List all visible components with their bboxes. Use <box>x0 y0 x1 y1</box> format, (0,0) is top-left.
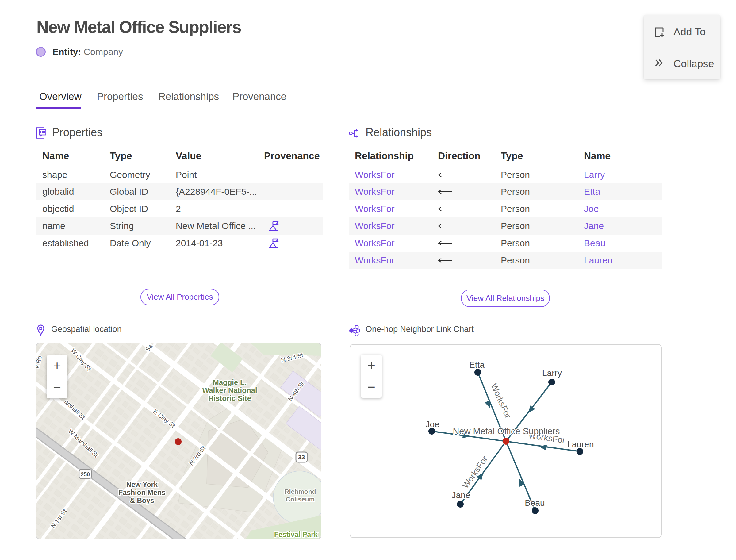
svg-text:Coliseum: Coliseum <box>286 496 315 503</box>
svg-text:Fashion Mens: Fashion Mens <box>118 489 165 497</box>
svg-text:Festival Park: Festival Park <box>274 531 318 539</box>
svg-text:Etta: Etta <box>469 360 485 370</box>
svg-text:Larry: Larry <box>542 368 562 378</box>
svg-text:WorksFor: WorksFor <box>489 382 513 420</box>
svg-text:Maggie L.: Maggie L. <box>213 378 247 386</box>
svg-text:New York: New York <box>126 481 158 489</box>
svg-text:250: 250 <box>81 471 90 478</box>
svg-text:Richmond: Richmond <box>285 488 316 495</box>
svg-text:& Boys: & Boys <box>130 497 154 504</box>
svg-text:33: 33 <box>298 454 305 461</box>
svg-text:Jane: Jane <box>452 490 470 500</box>
svg-text:Historic Site: Historic Site <box>208 394 251 402</box>
svg-text:Walker National: Walker National <box>202 386 257 394</box>
svg-text:Beau: Beau <box>525 498 545 508</box>
svg-text:Joe: Joe <box>425 420 439 429</box>
svg-text:New Metal Office Suppliers: New Metal Office Suppliers <box>453 426 560 436</box>
svg-text:Lauren: Lauren <box>567 439 594 449</box>
